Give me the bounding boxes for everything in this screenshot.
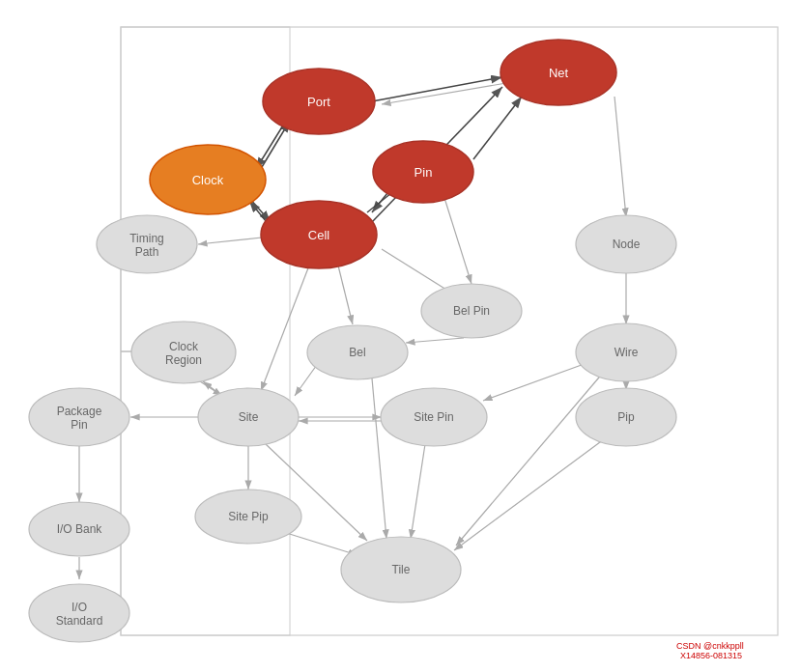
clock-node (150, 145, 266, 214)
net-node (500, 40, 616, 105)
svg-line-32 (456, 372, 604, 546)
svg-line-31 (454, 439, 604, 550)
pin-node (373, 141, 473, 203)
site-pin-node (381, 388, 487, 446)
io-bank-node (29, 502, 129, 556)
package-pin-node (29, 388, 129, 446)
port-node (263, 69, 375, 134)
timing-path-node (97, 215, 197, 273)
cell-node (261, 201, 377, 268)
watermark-id: X14856-081315 (680, 651, 742, 660)
tile-node (341, 537, 461, 602)
io-standard-node (29, 584, 129, 642)
site-node (198, 388, 299, 446)
svg-line-16 (338, 266, 353, 324)
svg-line-18 (444, 198, 471, 284)
svg-line-23 (483, 362, 589, 401)
node-node (576, 215, 676, 273)
wire-node (576, 323, 676, 381)
watermark-csdn: CSDN @cnkkppll (676, 641, 744, 651)
diagram-container: Net Port Pin Clock Cell Timing Path Node… (0, 0, 800, 672)
bel-node (307, 325, 408, 379)
svg-line-19 (406, 338, 464, 343)
svg-line-14 (198, 237, 271, 244)
pip-node (576, 388, 676, 446)
bel-pin-node (421, 284, 522, 338)
svg-line-7 (473, 97, 522, 159)
svg-line-17 (261, 266, 309, 391)
svg-line-30 (411, 444, 425, 539)
svg-line-29 (280, 531, 357, 555)
svg-line-5 (372, 77, 502, 101)
diagram-svg: Net Port Pin Clock Cell Timing Path Node… (0, 0, 800, 672)
site-pip-node (195, 490, 301, 544)
svg-line-40 (382, 82, 512, 104)
svg-line-33 (372, 378, 386, 539)
svg-line-10 (256, 121, 286, 169)
svg-line-15 (614, 97, 626, 217)
clock-region-node (131, 322, 236, 383)
